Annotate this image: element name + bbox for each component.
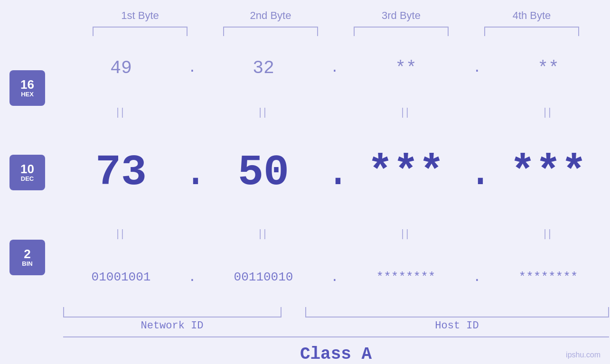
dec-value-2: 50 [238,149,289,197]
hex-cell-3: ** [344,58,468,78]
byte-label-1: 1st Byte [88,9,192,22]
bin-dot-2: . [325,270,344,285]
dec-row: 73 . 50 . *** . *** [59,142,610,204]
dec-value-1: 73 [95,149,147,197]
bin-badge: 2 BIN [9,240,45,275]
bin-cell-3: ******** [344,270,468,284]
top-bracket-1 [93,27,188,36]
equals-2-1: || [59,227,183,240]
dec-value-3: *** [367,149,444,197]
hex-badge: 16 HEX [9,70,45,106]
top-bracket-4 [484,27,579,36]
equals-1-4: || [487,106,610,118]
hex-badge-number: 16 [20,78,34,91]
equals-2-3: || [344,227,468,240]
bin-dot-3: . [468,270,487,285]
bin-badge-label: BIN [22,260,32,267]
bin-value-4: ******** [519,270,578,284]
dec-dot-3: . [468,151,487,194]
hex-badge-label: HEX [21,91,34,98]
hex-dot-1: . [183,61,202,75]
hex-dot-2: . [325,61,344,75]
dec-value-4: *** [510,149,587,197]
byte-label-4: 4th Byte [479,9,584,22]
bin-cell-1: 01001001 [59,270,183,284]
hex-cell-2: 32 [202,58,325,78]
network-id-label: Network ID [63,320,282,332]
hex-cell-4: ** [487,58,610,78]
byte-label-3: 3rd Byte [349,9,453,22]
equals-2-4: || [487,227,610,240]
hex-value-1: 49 [110,58,132,78]
hex-dot-3: . [468,61,487,75]
equals-1-3: || [344,106,468,118]
network-id-bracket [63,307,282,317]
bin-value-3: ******** [376,270,436,284]
dec-badge-number: 10 [20,163,34,175]
bottom-section: Network ID Host ID [63,307,609,332]
equals-row-2: || || || || [59,225,610,242]
bottom-brackets [63,307,609,317]
bin-badge-number: 2 [24,248,30,260]
hex-value-4: ** [537,58,559,78]
byte-label-2: 2nd Byte [218,9,323,22]
bin-value-2: 00110010 [234,270,293,284]
class-bracket-line [63,336,609,337]
hex-value-3: ** [395,58,417,78]
dec-badge: 10 DEC [9,155,45,190]
dec-badge-label: DEC [21,175,34,182]
bin-row: 01001001 . 00110010 . ******** . *******… [59,263,610,291]
hex-row: 49 . 32 . ** . ** [59,54,610,83]
equals-row-1: || || || || [59,104,610,121]
dec-dot-2: . [325,151,344,194]
bottom-labels: Network ID Host ID [63,320,609,332]
bin-cell-4: ******** [487,270,610,284]
equals-1-2: || [202,106,325,118]
dec-cell-2: 50 [202,151,325,194]
class-label: Class A [63,345,609,364]
hex-value-2: 32 [253,58,274,78]
host-id-bracket [305,307,609,317]
dec-cell-3: *** [344,151,468,194]
equals-2-2: || [202,227,325,240]
class-section: Class A [63,336,609,364]
top-brackets-row [75,27,597,36]
top-bracket-3 [354,27,449,36]
bin-dot-1: . [183,270,202,285]
dec-dot-1: . [183,151,202,194]
badge-column: 16 HEX 10 DEC 2 BIN [0,41,55,305]
dec-cell-1: 73 [59,151,183,194]
main-container: 1st Byte 2nd Byte 3rd Byte 4th Byte 16 H… [0,0,610,364]
bin-value-1: 01001001 [92,270,151,284]
equals-1-1: || [59,106,183,118]
bin-cell-2: 00110010 [202,270,325,284]
byte-labels-row: 1st Byte 2nd Byte 3rd Byte 4th Byte [75,9,597,22]
top-bracket-2 [223,27,318,36]
hex-cell-1: 49 [59,58,183,78]
watermark: ipshu.com [566,351,601,359]
host-id-label: Host ID [305,320,609,332]
dec-cell-4: *** [487,151,610,194]
